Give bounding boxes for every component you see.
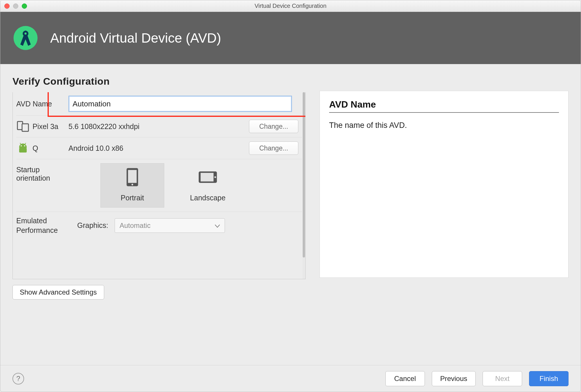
orientation-portrait-tile[interactable]: Portrait <box>100 163 164 208</box>
chevron-down-icon <box>215 222 220 230</box>
svg-point-12 <box>131 184 133 186</box>
change-device-button[interactable]: Change... <box>249 120 298 133</box>
change-system-image-button[interactable]: Change... <box>249 141 298 155</box>
graphics-select[interactable]: Automatic <box>115 218 225 233</box>
help-icon: ? <box>16 375 20 383</box>
svg-point-6 <box>21 145 22 146</box>
info-divider <box>329 112 559 113</box>
device-spec: 5.6 1080x2220 xxhdpi <box>68 122 185 131</box>
next-button[interactable]: Next <box>483 371 522 386</box>
svg-point-2 <box>24 32 26 35</box>
cancel-button[interactable]: Cancel <box>385 371 425 386</box>
previous-button[interactable]: Previous <box>432 371 476 386</box>
window-title: Virtual Device Configuration <box>0 3 581 9</box>
scrollbar-thumb[interactable] <box>303 92 305 257</box>
info-title: AVD Name <box>329 99 559 110</box>
device-row: Pixel 3a 5.6 1080x2220 xxhdpi Change... <box>16 115 302 137</box>
orientation-landscape-label: Landscape <box>190 194 225 202</box>
portrait-icon <box>122 167 142 187</box>
show-advanced-settings-button[interactable]: Show Advanced Settings <box>12 285 104 300</box>
svg-point-15 <box>214 176 216 178</box>
avd-name-label: AVD Name <box>16 100 52 108</box>
performance-label: EmulatedPerformance <box>16 216 58 235</box>
dialog-body: Verify Configuration AVD Name <box>0 64 581 365</box>
device-name: Pixel 3a <box>33 122 58 131</box>
orientation-landscape-tile[interactable]: Landscape <box>176 163 240 208</box>
scrollbar[interactable] <box>302 92 305 279</box>
svg-rect-11 <box>128 170 137 183</box>
maximize-window-button[interactable] <box>22 3 27 9</box>
system-image-name: Q <box>33 144 38 153</box>
graphics-select-value: Automatic <box>120 222 151 230</box>
dialog-footer: ? Cancel Previous Next Finish <box>0 365 581 392</box>
header-banner: Android Virtual Device (AVD) <box>0 12 581 64</box>
section-title: Verify Configuration <box>12 76 306 87</box>
avd-name-input[interactable] <box>68 96 292 112</box>
system-image-spec: Android 10.0 x86 <box>68 144 185 153</box>
orientation-label: Startup orientation <box>16 166 68 182</box>
close-window-button[interactable] <box>4 3 10 9</box>
window-controls <box>4 3 27 9</box>
avd-name-row: AVD Name <box>13 92 305 115</box>
finish-button[interactable]: Finish <box>529 371 569 386</box>
landscape-icon <box>198 167 218 187</box>
system-image-row: Q Android 10.0 x86 Change... <box>16 137 302 159</box>
svg-rect-14 <box>201 173 214 182</box>
info-body: The name of this AVD. <box>329 121 559 130</box>
android-studio-icon <box>12 25 39 51</box>
minimize-window-button[interactable] <box>13 3 18 9</box>
orientation-row: Startup orientation P <box>16 159 302 212</box>
graphics-label: Graphics: <box>77 221 108 230</box>
titlebar: Virtual Device Configuration <box>0 0 581 12</box>
performance-row: EmulatedPerformance Graphics: Automatic <box>16 212 302 239</box>
dialog-window: Virtual Device Configuration Android Vir… <box>0 0 581 392</box>
help-button[interactable]: ? <box>12 373 24 384</box>
info-panel: AVD Name The name of this AVD. <box>320 91 569 278</box>
svg-rect-5 <box>19 148 27 153</box>
config-panel: AVD Name Pixel 3a <box>12 92 306 279</box>
svg-rect-4 <box>22 124 28 131</box>
svg-point-7 <box>24 145 25 146</box>
header-title: Android Virtual Device (AVD) <box>50 30 221 46</box>
android-icon <box>16 141 30 155</box>
device-icon <box>16 120 30 133</box>
config-column: Verify Configuration AVD Name <box>12 76 306 365</box>
orientation-portrait-label: Portrait <box>121 194 144 202</box>
